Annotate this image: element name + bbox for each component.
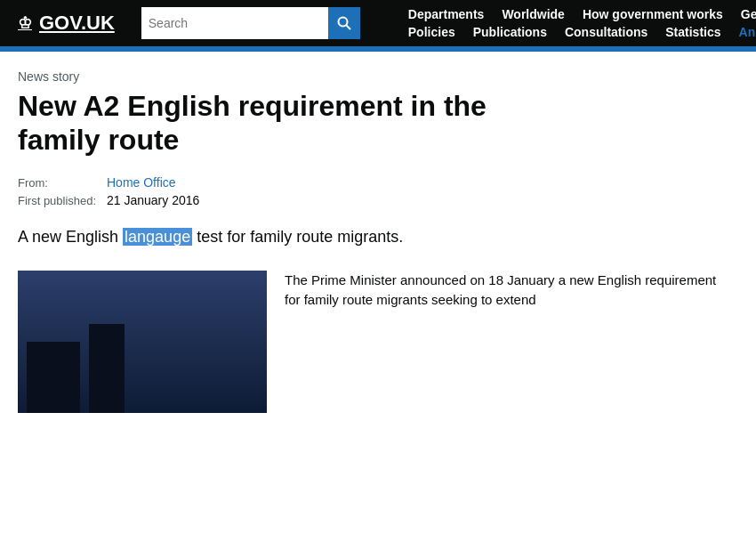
published-label: First published: [18, 194, 98, 207]
article-summary: A new English langauge test for family r… [18, 225, 729, 249]
published-value: 21 January 2016 [107, 193, 199, 207]
from-value[interactable]: Home Office [107, 175, 176, 190]
search-bar [141, 7, 373, 39]
header-top: ♔ GOV.UK Departments Worldwide How gover… [0, 0, 756, 46]
nav-row-2: Policies Publications Consultations Stat… [408, 25, 756, 39]
meta-from-row: From: Home Office [18, 175, 729, 190]
svg-point-0 [338, 18, 347, 27]
main-content: News story New A2 English requirement in… [0, 52, 756, 431]
main-nav: Departments Worldwide How government wor… [408, 7, 756, 39]
svg-line-1 [346, 26, 350, 30]
meta-published-row: First published: 21 January 2016 [18, 193, 729, 207]
nav-get-involved[interactable]: Get involved [741, 7, 756, 21]
body-row: The Prime Minister announced on 18 Janua… [18, 271, 729, 413]
search-button[interactable] [328, 7, 360, 39]
nav-consultations[interactable]: Consultations [565, 25, 647, 39]
nav-announcements[interactable]: Announcements [739, 25, 756, 39]
from-label: From: [18, 176, 98, 190]
summary-after: test for family route migrants. [192, 228, 403, 246]
nav-publications[interactable]: Publications [473, 25, 547, 39]
nav-departments[interactable]: Departments [408, 7, 485, 21]
nav-row-1: Departments Worldwide How government wor… [408, 7, 756, 21]
logo-text: GOV.UK [39, 12, 115, 35]
gov-logo[interactable]: ♔ GOV.UK [18, 12, 115, 35]
search-input[interactable] [141, 7, 328, 39]
article-body-text: The Prime Minister announced on 18 Janua… [285, 271, 729, 413]
search-icon [337, 16, 351, 30]
nav-policies[interactable]: Policies [408, 25, 455, 39]
crown-icon: ♔ [18, 13, 32, 33]
image-placeholder [18, 271, 267, 413]
nav-statistics[interactable]: Statistics [665, 25, 720, 39]
summary-highlight: langauge [123, 228, 192, 246]
news-tag: News story [18, 69, 729, 84]
article-title: New A2 English requirement in the family… [18, 89, 534, 158]
article-image [18, 271, 267, 413]
summary-before: A new English [18, 228, 123, 246]
meta-section: From: Home Office First published: 21 Ja… [18, 175, 729, 207]
nav-worldwide[interactable]: Worldwide [502, 7, 565, 21]
nav-how-gov-works[interactable]: How government works [583, 7, 723, 21]
